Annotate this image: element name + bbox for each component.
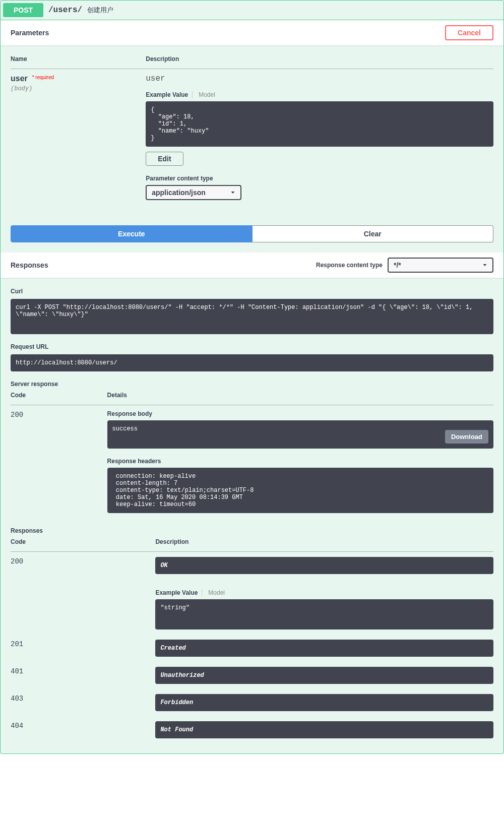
responses-header: Responses Response content type */*	[1, 253, 503, 278]
param-row: user * required (body) user Example Valu…	[11, 69, 493, 206]
cancel-button[interactable]: Cancel	[445, 25, 493, 40]
docresp-row-201: 201 Created	[11, 635, 493, 662]
param-content-type-select[interactable]: application/json	[146, 185, 241, 200]
response-headers[interactable]: connection: keep-alive content-length: 7…	[107, 468, 493, 513]
docresp-row-403: 403 Forbidden	[11, 689, 493, 716]
response-body[interactable]: success	[107, 420, 493, 449]
download-button[interactable]: Download	[445, 430, 488, 444]
docresp-description: Not Found	[155, 721, 493, 738]
execute-button[interactable]: Execute	[11, 225, 253, 242]
param-content-type-select-wrap: application/json	[146, 185, 241, 200]
docresp-description: Forbidden	[155, 694, 493, 711]
parameters-title: Parameters	[11, 29, 49, 37]
param-content-type-label: Parameter content type	[146, 175, 493, 182]
param-name-cell: user * required (body)	[11, 69, 146, 206]
docresp-code: 403	[11, 695, 23, 703]
tab-example-value[interactable]: Example Value	[146, 91, 193, 98]
docresp-row-401: 401 Unauthorized	[11, 662, 493, 689]
docresp-row-200: 200 OK Example Value Model "string"	[11, 552, 493, 635]
docresp-description: Created	[155, 640, 493, 657]
request-url[interactable]: http://localhost:8080/users/	[11, 354, 493, 371]
docresp-tabs: Example Value Model	[155, 588, 493, 596]
documented-responses-table: Code Description 200 OK Example Value Mo…	[11, 538, 493, 743]
docresp-code: 201	[11, 640, 23, 648]
param-in: (body)	[11, 85, 146, 92]
docresp-col-description: Description	[155, 538, 493, 552]
param-desc-cell: user Example Value Model { "age": 18, "i…	[146, 69, 493, 206]
server-response-title: Server response	[11, 381, 493, 388]
http-method-badge: POST	[3, 3, 43, 17]
responses-title: Responses	[11, 261, 48, 269]
response-body-title: Response body	[107, 410, 493, 417]
param-name: user	[11, 74, 28, 83]
tab-model[interactable]: Model	[204, 589, 225, 596]
server-response-row: 200 Response body success Download Respo…	[11, 405, 493, 519]
response-content-type-row: Response content type */*	[316, 258, 493, 273]
param-required-flag: * required	[30, 75, 54, 80]
docresp-example[interactable]: "string"	[155, 599, 493, 630]
request-url-title: Request URL	[11, 343, 493, 350]
param-description: user	[146, 74, 493, 83]
docresp-description: Unauthorized	[155, 667, 493, 684]
server-response-col-code: Code	[11, 392, 107, 405]
tab-example-value[interactable]: Example Value	[155, 589, 202, 596]
param-tabs: Example Value Model	[146, 90, 493, 98]
response-headers-title: Response headers	[107, 458, 493, 465]
documented-responses-title: Responses	[11, 527, 493, 534]
param-col-description: Description	[146, 55, 493, 69]
docresp-code: 404	[11, 722, 23, 730]
docresp-code: 200	[11, 557, 23, 565]
server-response-code: 200	[11, 411, 23, 419]
response-body-block: success Download	[107, 420, 493, 449]
response-content-type-select-wrap: */*	[388, 258, 493, 273]
parameters-body: Name Description user * required (body) …	[1, 45, 503, 215]
action-buttons-row: Execute Clear	[1, 215, 503, 253]
parameters-header: Parameters Cancel	[1, 20, 503, 45]
curl-command[interactable]: curl -X POST "http://localhost:8080/user…	[11, 299, 493, 334]
operation-block: POST /users/ 创建用户 Parameters Cancel Name…	[0, 0, 504, 754]
responses-inner: Curl curl -X POST "http://localhost:8080…	[1, 278, 503, 753]
param-col-name: Name	[11, 55, 146, 69]
server-response-table: Code Details 200 Response body success D…	[11, 392, 493, 518]
parameters-table: Name Description user * required (body) …	[11, 55, 493, 205]
operation-summary[interactable]: POST /users/ 创建用户	[1, 1, 503, 20]
tab-model[interactable]: Model	[195, 91, 215, 98]
clear-button[interactable]: Clear	[253, 225, 494, 242]
docresp-row-404: 404 Not Found	[11, 716, 493, 743]
docresp-description: OK	[155, 557, 493, 574]
docresp-col-code: Code	[11, 538, 155, 552]
server-response-col-details: Details	[107, 392, 493, 405]
response-content-type-label: Response content type	[316, 262, 383, 269]
param-example-json[interactable]: { "age": 18, "id": 1, "name": "huxy" }	[146, 101, 493, 147]
curl-title: Curl	[11, 288, 493, 295]
edit-button[interactable]: Edit	[146, 152, 183, 166]
docresp-code: 401	[11, 667, 23, 675]
response-content-type-select[interactable]: */*	[388, 258, 493, 273]
endpoint-summary: 创建用户	[87, 6, 113, 15]
endpoint-path: /users/	[48, 6, 82, 15]
